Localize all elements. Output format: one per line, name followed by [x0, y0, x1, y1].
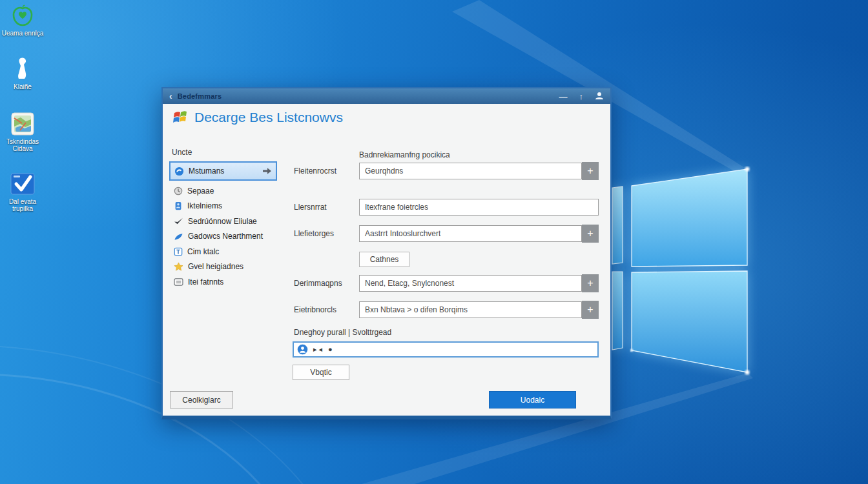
add-button[interactable]: + — [582, 301, 599, 319]
small-button[interactable]: Vbqtic — [293, 365, 349, 380]
page-title-row: Decarge Bes Listcnowvs — [173, 110, 343, 125]
form-row: Fleitenrocrst Geurqhdns + — [294, 162, 599, 180]
statue-icon — [1, 57, 44, 81]
sidebar-item-label: Itei fatnnts — [188, 277, 223, 287]
apple-heart-icon — [1, 3, 44, 28]
sidebar-item-label: Sepaae — [187, 187, 214, 196]
person-blue-icon — [174, 201, 183, 210]
text-box-icon — [174, 247, 183, 256]
form-row: Eietribnorcls Bxn Nbtava > o difen Borqi… — [294, 301, 599, 319]
chip-input-field[interactable]: ▸◂ ● — [293, 341, 599, 358]
field-value: Bxn Nbtava > o difen Borqims — [365, 305, 468, 314]
mid-button[interactable]: Cathnes — [359, 252, 409, 267]
form-lines-icon — [174, 278, 183, 286]
sidebar-item-label: Iktelniems — [187, 201, 222, 210]
form-row: Llefietorges Aastrrt Intooslurchvert + — [294, 225, 599, 243]
titlebar[interactable]: ‹ Bedefmmars — ↑ — [163, 88, 610, 104]
chip-glyphs: ▸◂ ● — [313, 345, 335, 354]
secondary-button[interactable]: Ceolkiglarc — [170, 391, 233, 408]
sidebar-item[interactable]: Sepaae — [169, 183, 273, 199]
star-icon — [174, 262, 183, 271]
field-value: Itexfrane foietrcles — [365, 203, 428, 212]
page-title: Decarge Bes Listcnowvs — [194, 110, 343, 125]
sidebar-item[interactable]: Cim ktalc — [169, 244, 273, 259]
browser-globe-icon — [174, 166, 184, 176]
sidebar-item[interactable]: Itei fatnnts — [169, 274, 273, 290]
arrow-right-icon — [262, 166, 272, 176]
primary-button[interactable]: Uodalc — [489, 391, 576, 408]
avatar-circle-icon — [297, 344, 308, 355]
add-button[interactable]: + — [582, 162, 599, 180]
person-icon — [595, 92, 604, 100]
field-label: Llefietorges — [294, 229, 359, 238]
sidebar-item[interactable]: Gadowcs Nearthment — [169, 229, 273, 245]
sidebar-item-label: Mstumans — [189, 166, 224, 176]
text-field[interactable]: Nend, Etacg, Snylcnonest — [359, 275, 582, 292]
sidebar-item[interactable]: Sedrúónnow Eliulae — [169, 214, 273, 229]
minimize-button[interactable]: — — [559, 92, 568, 101]
desktop-icon-label: Dal evata trupilka — [1, 198, 44, 212]
back-chevron-icon[interactable]: ‹ — [169, 92, 172, 101]
dialog-window: ‹ Bedefmmars — ↑ Decarge Bes Listcnowvs … — [161, 87, 612, 419]
sidebar-item-label: Gvel heigiadnes — [188, 262, 243, 271]
desktop-icon-label: Ueama ennlça — [1, 30, 44, 37]
user-button[interactable] — [595, 92, 604, 101]
field-label: Derimmaqpns — [294, 279, 359, 288]
field-label: Fleitenrocrst — [294, 166, 359, 176]
maximize-button[interactable]: ↑ — [579, 92, 584, 101]
field-label: Eietribnorcls — [294, 305, 359, 314]
blue-check-icon — [1, 172, 44, 196]
window-title: Bedefmmars — [178, 92, 222, 100]
sidebar-list: Sepaae Iktelniems Sedrúónnow Eliulae Gad… — [169, 183, 273, 290]
sidebar-item-label: Gadowcs Nearthment — [188, 232, 263, 241]
map-tile-icon — [1, 112, 44, 136]
pen-leaf-icon — [174, 232, 183, 241]
form-row: Llersnrrat Itexfrane foietrcles — [294, 198, 599, 216]
desktop-icon-label: Klaiñe — [1, 83, 44, 90]
text-field[interactable]: Itexfrane foietrcles — [359, 199, 599, 216]
desktop-icon-health[interactable]: Ueama ennlça — [1, 3, 44, 37]
desktop-icon-map[interactable]: Tskndindas Cidava — [1, 112, 44, 152]
text-field[interactable]: Aastrrt Intooslurchvert — [359, 225, 582, 242]
form-row: Derimmaqpns Nend, Etacg, Snylcnonest + — [294, 274, 599, 292]
sidebar-header: Uncte — [172, 148, 192, 157]
desktop-icon-statue[interactable]: Klaiñe — [1, 57, 44, 90]
bird-check-icon — [174, 217, 183, 225]
sidebar-item-label: Sedrúónnow Eliulae — [188, 217, 257, 226]
field-value: Aastrrt Intooslurchvert — [365, 229, 440, 238]
sidebar-item[interactable]: Iktelniems — [169, 199, 273, 214]
sidebar-item-selected[interactable]: Mstumans — [169, 161, 277, 181]
history-circle-icon — [174, 187, 183, 196]
text-field[interactable]: Bxn Nbtava > o difen Borqims — [359, 301, 582, 318]
add-button[interactable]: + — [582, 274, 599, 292]
section-label: Dneghoy purall | Svolttrgead — [294, 328, 391, 337]
text-field[interactable]: Geurqhdns — [359, 163, 582, 179]
windows-flag-icon — [173, 110, 189, 125]
field-label: Llersnrrat — [294, 203, 359, 212]
desktop-icon-check[interactable]: Dal evata trupilka — [1, 172, 44, 212]
form-top-label: Badnrekiamanfng pocikica — [359, 150, 450, 159]
sidebar-item[interactable]: Gvel heigiadnes — [169, 259, 273, 275]
field-value: Nend, Etacg, Snylcnonest — [365, 279, 454, 288]
sidebar-item-label: Cim ktalc — [187, 247, 219, 256]
add-button[interactable]: + — [582, 225, 599, 243]
field-value: Geurqhdns — [365, 166, 403, 176]
desktop-icon-label: Tskndindas Cidava — [1, 138, 44, 152]
